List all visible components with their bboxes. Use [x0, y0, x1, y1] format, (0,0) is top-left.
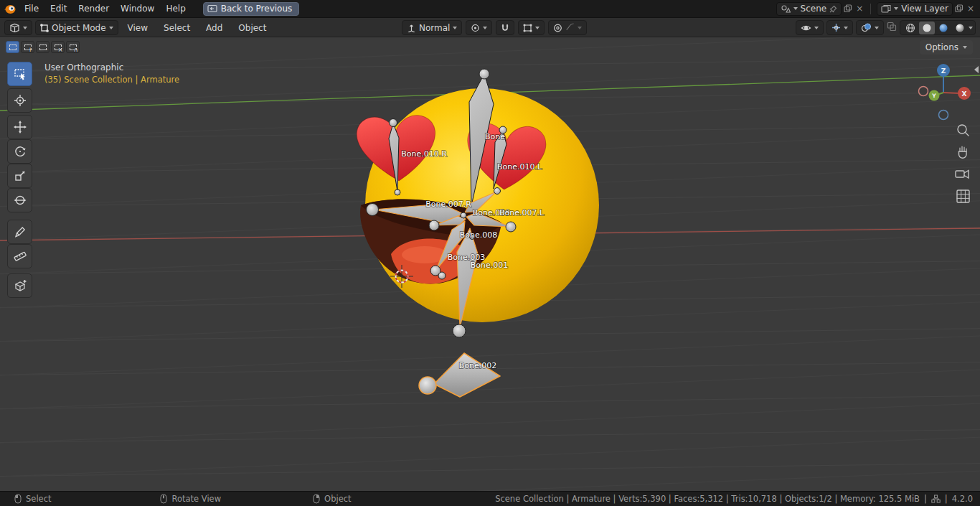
tool-transform[interactable]	[7, 188, 32, 212]
snap-settings-dropdown[interactable]	[518, 20, 545, 35]
select-mode-intersect[interactable]: ∩	[66, 41, 80, 53]
gizmo-x-label: X	[962, 90, 967, 98]
menu-window[interactable]: Window	[115, 0, 160, 17]
tool-measure[interactable]	[7, 244, 32, 268]
xray-toggle-icon[interactable]	[887, 22, 897, 34]
bone-label: Bone.010.L	[497, 162, 542, 172]
viewport-canvas[interactable]: Bone Bone.010.R Bone.010.L Bone.007.R Bo…	[0, 37, 980, 491]
bone-joint-selected[interactable]	[419, 377, 436, 394]
select-box-icon	[13, 67, 27, 81]
magnet-icon	[501, 24, 509, 32]
menu-help[interactable]: Help	[160, 0, 191, 17]
bone-label: Bone.002	[459, 361, 497, 370]
tool-rotate[interactable]	[7, 139, 32, 164]
options-dropdown[interactable]: Options	[920, 40, 973, 55]
tool-add-cube[interactable]	[7, 273, 32, 298]
bone-joint[interactable]	[367, 204, 379, 216]
gizmo-z-neg-axis[interactable]	[939, 111, 948, 120]
view-layer-selector[interactable]: View Layer	[877, 2, 953, 16]
measure-ruler-icon	[13, 249, 27, 263]
bone-joint[interactable]	[395, 189, 400, 195]
status-hint-label: Object	[324, 494, 351, 504]
transform-orientation-dropdown[interactable]: Normal	[402, 20, 462, 35]
scene-name[interactable]: Scene	[801, 4, 827, 14]
add-cube-icon	[13, 278, 27, 293]
pivot-icon	[471, 24, 480, 32]
back-to-previous-button[interactable]: Back to Previous	[203, 2, 300, 16]
tool-move[interactable]	[7, 115, 32, 139]
select-mode-invert[interactable]: ×	[51, 41, 65, 53]
blender-logo-icon[interactable]	[0, 4, 19, 14]
tool-annotate[interactable]	[7, 220, 32, 244]
bone-joint[interactable]	[453, 324, 466, 337]
bone-joint[interactable]	[390, 119, 397, 127]
bone-joint[interactable]	[429, 220, 439, 230]
remove-view-layer-icon[interactable]: ×	[966, 4, 976, 13]
mouse-middle-icon	[160, 494, 167, 504]
scene-selector[interactable]: Scene	[776, 2, 842, 16]
tool-select-box[interactable]	[7, 62, 32, 86]
editor-type-button[interactable]	[4, 20, 32, 35]
overlays-icon	[861, 23, 872, 32]
viewport-header: Object Mode View Select Add Object Norma…	[0, 18, 980, 37]
menu-add[interactable]: Add	[199, 18, 229, 37]
bone-joint[interactable]	[479, 69, 489, 79]
shading-rendered-button[interactable]	[952, 22, 968, 34]
unlink-scene-icon[interactable]: ×	[854, 4, 864, 13]
status-hint-object: Object	[313, 494, 351, 504]
new-scene-icon[interactable]	[844, 4, 852, 13]
proportional-editing-button[interactable]	[548, 20, 587, 35]
bone-label: Bone.010.R	[401, 149, 447, 159]
topbar: File Edit Render Window Help Back to Pre…	[0, 0, 980, 18]
bone-label: Bone.001	[471, 261, 509, 270]
proportional-editing-icon	[553, 24, 562, 32]
menu-object[interactable]: Object	[232, 18, 273, 37]
show-overlays-dropdown[interactable]	[856, 20, 884, 35]
chevron-down-icon	[894, 7, 898, 10]
editor-3d-viewport-icon	[9, 23, 20, 32]
shading-material-button[interactable]	[936, 22, 951, 34]
menu-file[interactable]: File	[19, 0, 44, 17]
pivot-point-dropdown[interactable]	[466, 20, 492, 35]
falloff-curve-icon	[565, 22, 575, 33]
gizmos-icon	[831, 23, 841, 32]
chevron-down-icon	[578, 27, 582, 29]
bone-joint[interactable]	[461, 212, 466, 218]
new-view-layer-icon[interactable]	[955, 4, 963, 13]
snap-toggle-button[interactable]	[496, 20, 514, 35]
gizmo-x-neg-axis[interactable]	[919, 87, 928, 96]
menu-view[interactable]: View	[121, 18, 154, 37]
tool-cursor[interactable]	[7, 88, 32, 113]
rotate-tool-icon	[13, 144, 27, 159]
shading-wireframe-button[interactable]	[903, 22, 918, 34]
menu-render[interactable]: Render	[72, 0, 115, 17]
scale-tool-icon	[13, 169, 27, 183]
3d-viewport[interactable]: Bone Bone.010.R Bone.010.L Bone.007.R Bo…	[0, 37, 980, 491]
select-mode-extend[interactable]: +	[21, 41, 34, 53]
network-status-icon	[931, 495, 941, 503]
gizmo-y-label: Y	[931, 93, 936, 99]
visibility-dropdown[interactable]	[796, 20, 824, 35]
menu-edit[interactable]: Edit	[44, 0, 72, 17]
material-preview-icon	[938, 23, 948, 33]
select-mode-set[interactable]	[6, 41, 19, 53]
pin-icon[interactable]	[829, 5, 837, 13]
chevron-down-icon	[453, 27, 457, 29]
show-gizmo-dropdown[interactable]	[826, 20, 853, 35]
view-layer-name[interactable]: View Layer	[901, 4, 948, 14]
select-intersect-icon: ∩	[70, 44, 77, 50]
tool-scale[interactable]	[7, 164, 32, 188]
bone-joint[interactable]	[438, 272, 446, 279]
viewport-shading-group	[900, 20, 976, 35]
menu-select[interactable]: Select	[157, 18, 197, 37]
chevron-down-icon	[483, 27, 487, 29]
select-subtract-icon: −	[39, 44, 47, 50]
bone-joint[interactable]	[494, 188, 501, 195]
object-mode-icon	[40, 24, 49, 32]
rendered-icon	[955, 23, 965, 33]
bone-joint[interactable]	[506, 222, 516, 232]
select-mode-subtract[interactable]: −	[36, 41, 50, 53]
status-hint-label: Select	[26, 494, 51, 504]
mode-dropdown[interactable]: Object Mode	[35, 20, 118, 35]
shading-solid-button[interactable]	[919, 22, 935, 34]
